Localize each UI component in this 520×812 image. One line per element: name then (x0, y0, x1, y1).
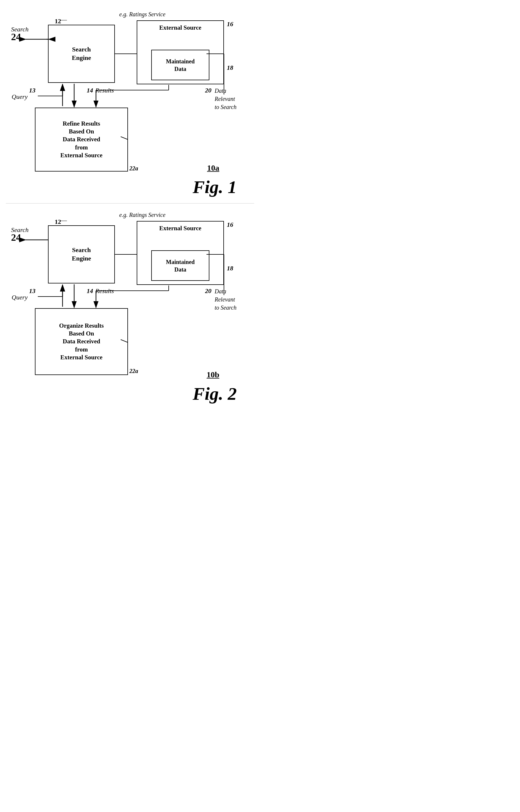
ref-22a-fig2: 22a (129, 368, 138, 375)
ref-18-fig2: 18 (227, 265, 233, 272)
ref-13-fig2: 13 (29, 287, 35, 295)
results-label-fig1: Results (96, 87, 114, 94)
organize-results-box-fig2: Organize Results Based On Data Received … (35, 308, 128, 375)
ref-20-fig1: 20 (205, 87, 211, 94)
ref-16-fig1: 16 (227, 20, 233, 28)
query-label-fig2: Query (11, 294, 28, 301)
ref-22a-fig1: 22a (129, 165, 138, 172)
refine-results-box-fig1: Refine Results Based On Data Received fr… (35, 108, 128, 171)
external-source-box-fig1: External Source Maintained Data (137, 20, 224, 84)
ref-13-fig1: 13 (29, 87, 35, 94)
ref-18-fig1: 18 (227, 64, 233, 72)
search-engine-box-fig1: Search Engine (48, 25, 115, 83)
figure-1-section: e.g. Ratings Service 12 — Search Engine … (6, 6, 254, 204)
query-label-fig1: Query (11, 93, 28, 101)
eg-ratings-label-fig2: e.g. Ratings Service (119, 212, 165, 218)
figure-2-section: e.g. Ratings Service 12 — Search Engine … (6, 207, 254, 410)
ref-14-fig2: 14 (87, 287, 93, 295)
ref-12-fig1: 12 (55, 18, 61, 25)
maintained-data-box-fig1: Maintained Data (151, 50, 209, 80)
external-source-box-fig2: External Source Maintained Data (137, 221, 224, 285)
diagram-id-fig1: 10a (207, 163, 219, 173)
ref-20-fig2: 20 (205, 287, 211, 295)
ref-16-fig2: 16 (227, 221, 233, 228)
ref-12-fig2: 12 (55, 218, 61, 225)
results-label-fig2: Results (96, 287, 114, 295)
page: e.g. Ratings Service 12 — Search Engine … (0, 0, 260, 416)
fig-label-fig1: Fig. 1 (192, 177, 237, 197)
ref-24-fig2: 24 (11, 232, 21, 243)
data-relevant-label-fig1: DataRelevantto Search (215, 87, 236, 111)
ref-24-fig1: 24 (11, 31, 21, 43)
maintained-data-box-fig2: Maintained Data (151, 250, 209, 281)
search-engine-box-fig2: Search Engine (48, 225, 115, 283)
fig-label-fig2: Fig. 2 (192, 383, 237, 404)
data-relevant-label-fig2: DataRelevantto Search (215, 287, 236, 312)
eg-ratings-label-fig1: e.g. Ratings Service (119, 11, 165, 18)
ref-14-fig1: 14 (87, 87, 93, 94)
diagram-id-fig2: 10b (207, 370, 219, 379)
